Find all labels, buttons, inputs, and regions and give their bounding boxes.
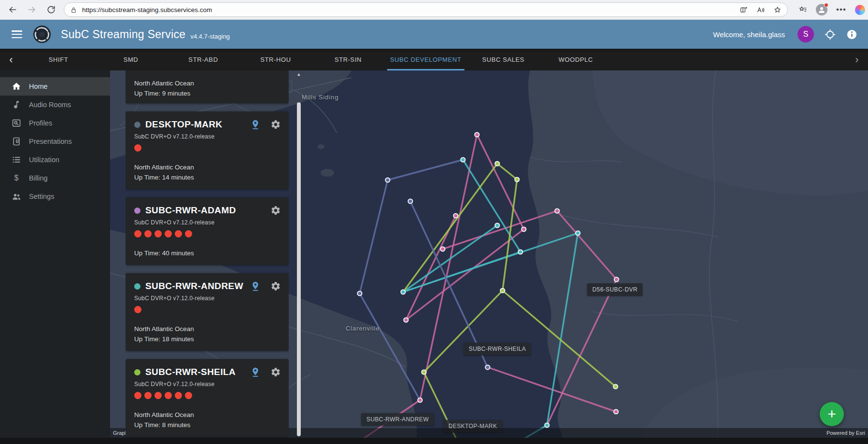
graph-node[interactable] xyxy=(518,250,522,254)
graph-node[interactable] xyxy=(475,132,479,137)
sidebar-item-label: Presentations xyxy=(29,138,72,145)
device-card[interactable]: North Atlantic Ocean Up Time: 9 minutes xyxy=(126,70,289,103)
favorites-bar-icon[interactable] xyxy=(798,5,807,14)
graph-node[interactable] xyxy=(613,384,617,388)
device-card-subc-rwr-andrew[interactable]: SUBC-RWR-ANDREW SubC DVR+O v7.12.0-relea… xyxy=(126,273,289,351)
graph-node[interactable] xyxy=(521,227,526,231)
copilot-icon[interactable] xyxy=(855,5,865,15)
settings-gear-icon[interactable] xyxy=(270,119,281,130)
graph-node[interactable] xyxy=(614,409,618,414)
device-uptime: Up Time: 9 minutes xyxy=(134,89,281,97)
device-list: North Atlantic Ocean Up Time: 9 minutes … xyxy=(126,70,289,444)
settings-gear-icon[interactable] xyxy=(270,205,281,216)
sidebar-item-billing[interactable]: $Billing xyxy=(0,169,110,187)
device-uptime: Up Time: 8 minutes xyxy=(134,421,281,429)
sidebar-item-presentations[interactable]: Presentations xyxy=(0,132,110,151)
tab-subc-sales[interactable]: SUBC SALES xyxy=(467,49,540,70)
info-icon[interactable] xyxy=(846,29,857,40)
graph-node[interactable] xyxy=(515,177,519,181)
graph-node[interactable] xyxy=(408,199,412,203)
tab-woodplc[interactable]: WOODPLC xyxy=(540,49,612,70)
graph-node[interactable] xyxy=(440,247,445,251)
lock-icon xyxy=(70,6,77,14)
graph-node[interactable] xyxy=(555,208,559,213)
device-card-subc-rwr-adamd[interactable]: SUBC-RWR-ADAMD SubC DVR+O v7.12.0-releas… xyxy=(126,197,289,265)
graph-node[interactable] xyxy=(495,223,499,227)
graph-node[interactable] xyxy=(495,161,499,166)
tab-subc-development[interactable]: SUBC DEVELOPMENT xyxy=(384,49,467,70)
tab-str-hou[interactable]: STR-HOU xyxy=(239,49,312,70)
graph-node[interactable] xyxy=(401,290,405,294)
graph-node[interactable] xyxy=(545,423,549,427)
home-icon xyxy=(12,82,21,91)
list-scrollbar[interactable]: ▲ ▼ xyxy=(295,70,303,444)
sidebar-item-profiles[interactable]: Profiles xyxy=(0,114,110,132)
graph-node[interactable] xyxy=(421,370,426,374)
alert-dot xyxy=(134,306,141,313)
device-location: North Atlantic Ocean xyxy=(134,163,281,171)
graph-node[interactable] xyxy=(404,318,408,322)
graph-node[interactable] xyxy=(418,398,422,402)
tabs-scroll-right-icon[interactable]: › xyxy=(846,54,868,66)
browser-profile-avatar[interactable] xyxy=(816,4,827,15)
locate-icon[interactable] xyxy=(825,29,836,40)
subc-logo xyxy=(33,25,51,43)
graph-node[interactable] xyxy=(357,291,362,295)
browser-chrome: https://subcstream-staging.subcservices.… xyxy=(0,0,868,20)
settings-gear-icon[interactable] xyxy=(270,367,281,377)
settings-gear-icon[interactable] xyxy=(270,281,281,291)
tab-shift[interactable]: SHIFT xyxy=(22,49,95,70)
alert-dots xyxy=(134,306,281,313)
device-uptime: Up Time: 18 minutes xyxy=(134,335,281,343)
alert-dots xyxy=(134,144,281,152)
device-status-dot xyxy=(134,122,140,128)
billing-icon: $ xyxy=(12,173,21,183)
tabs-scroll-left-icon[interactable]: ‹ xyxy=(0,54,22,66)
profile-notification-dot xyxy=(824,3,828,7)
read-aloud-icon[interactable] xyxy=(756,6,765,14)
browser-menu-icon[interactable]: ••• xyxy=(836,5,846,14)
device-location: North Atlantic Ocean xyxy=(134,79,281,87)
sidebar-item-utilization[interactable]: Utilization xyxy=(0,151,110,169)
tab-str-abd[interactable]: STR-ABD xyxy=(167,49,239,70)
map-place-label: Clarenville xyxy=(346,325,380,332)
graph-node[interactable] xyxy=(485,365,490,369)
tab-smd[interactable]: SMD xyxy=(95,49,167,70)
audio-icon xyxy=(12,100,21,110)
scrollbar-thumb[interactable] xyxy=(297,102,301,436)
back-icon[interactable] xyxy=(8,5,17,14)
sidebar-item-audio-rooms[interactable]: Audio Rooms xyxy=(0,96,110,114)
graph-node[interactable] xyxy=(461,157,465,162)
device-card-desktop-mark[interactable]: DESKTOP-MARK SubC DVR+O v7.12.0-release … xyxy=(126,111,289,189)
sidebar-item-settings[interactable]: Settings xyxy=(0,187,110,206)
welcome-text: Welcome, sheila.glass xyxy=(713,30,785,39)
refresh-icon[interactable] xyxy=(46,5,56,14)
alert-dot xyxy=(185,392,192,399)
pin-drop-icon[interactable] xyxy=(250,119,261,130)
alert-dot xyxy=(185,230,192,237)
graph-node[interactable] xyxy=(385,178,390,182)
tab-str-sin[interactable]: STR-SIN xyxy=(312,49,384,70)
sidebar-item-home[interactable]: Home xyxy=(0,77,110,96)
device-name: DESKTOP-MARK xyxy=(145,119,223,130)
split-screen-icon[interactable] xyxy=(740,6,748,14)
address-bar[interactable]: https://subcstream-staging.subcservices.… xyxy=(64,2,788,17)
device-card-subc-rwr-sheila[interactable]: SUBC-RWR-SHEILA SubC DVR+O v7.12.0-relea… xyxy=(126,359,289,437)
favorite-star-icon[interactable] xyxy=(773,6,782,14)
hamburger-menu-icon[interactable] xyxy=(12,30,22,38)
user-avatar[interactable]: S xyxy=(798,26,814,42)
map-tooltip: SUBC-RWR-ANDREW xyxy=(361,413,434,426)
graph-node[interactable] xyxy=(575,231,580,235)
graph-node[interactable] xyxy=(500,288,504,292)
alert-dot xyxy=(144,230,152,237)
scroll-up-icon[interactable]: ▲ xyxy=(295,72,303,77)
pin-drop-icon[interactable] xyxy=(250,281,261,291)
tenant-tab-bar: ‹ SHIFTSMDSTR-ABDSTR-HOUSTR-SINSUBC DEVE… xyxy=(0,49,868,70)
graph-node[interactable] xyxy=(614,277,618,281)
forward-icon[interactable] xyxy=(27,5,37,14)
add-device-fab[interactable]: + xyxy=(820,402,844,426)
graph-node[interactable] xyxy=(453,213,458,218)
pin-drop-icon[interactable] xyxy=(250,367,261,377)
sidebar-item-label: Settings xyxy=(29,193,54,200)
device-name: SUBC-RWR-ADAMD xyxy=(145,205,236,216)
